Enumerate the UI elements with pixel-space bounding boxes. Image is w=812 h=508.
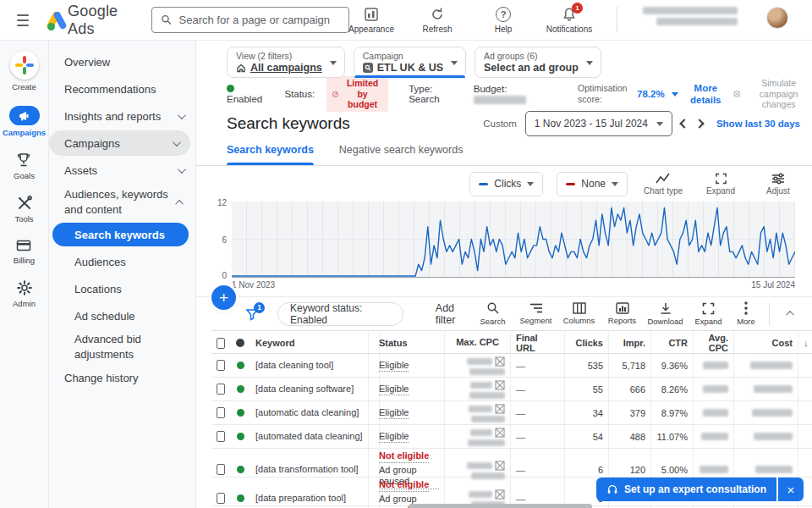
status-cell[interactable]: Eligible bbox=[379, 384, 409, 395]
table-row[interactable]: [automated data cleaning] Eligible — 54 … bbox=[211, 425, 812, 449]
banner-close-button[interactable]: × bbox=[778, 478, 804, 501]
tab-search-keywords[interactable]: Search keywords bbox=[227, 141, 314, 165]
global-search-input[interactable] bbox=[179, 14, 341, 26]
clicks-cell: 55 bbox=[565, 378, 609, 400]
sidebar-item-overview[interactable]: Overview bbox=[49, 49, 195, 75]
simulate-campaign-button[interactable]: Simulate campaign changes bbox=[733, 78, 812, 110]
rail-item-billing[interactable]: Billing bbox=[14, 238, 35, 265]
appearance-button[interactable]: Appearance bbox=[349, 7, 393, 34]
select-all-checkbox[interactable] bbox=[217, 338, 225, 349]
budget[interactable]: Budget: bbox=[474, 84, 542, 104]
date-range-picker[interactable]: 1 Nov 2023 - 15 Jul 2024 bbox=[525, 111, 672, 136]
reports-button[interactable]: Reports bbox=[602, 302, 642, 325]
refresh-button[interactable]: Refresh bbox=[415, 7, 459, 34]
status-cell[interactable]: Eligible bbox=[379, 431, 409, 443]
collapse-table-button[interactable] bbox=[778, 311, 804, 317]
keyword-status-filter-pill[interactable]: Keyword status: Enabled bbox=[277, 302, 403, 326]
col-keyword[interactable]: Keyword bbox=[250, 331, 369, 355]
limited-by-budget-label: Limited by budget bbox=[343, 78, 382, 110]
metric-selector-1[interactable]: Clicks bbox=[469, 172, 543, 196]
add-keyword-button[interactable]: + bbox=[211, 285, 236, 310]
columns-button[interactable]: Columns bbox=[559, 302, 599, 325]
sidebar-item-ad-schedule[interactable]: Ad schedule bbox=[49, 302, 195, 329]
next-period-button[interactable] bbox=[694, 119, 704, 128]
table-row[interactable]: [data cleaning software] Eligible — 55 6… bbox=[211, 378, 812, 401]
col-ctr[interactable]: CTR bbox=[651, 331, 694, 355]
global-search[interactable] bbox=[151, 7, 349, 33]
table-row[interactable]: [automatic data cleaning] Eligible — 34 … bbox=[211, 401, 812, 425]
col-cost[interactable]: Cost bbox=[734, 331, 798, 355]
advanced-bid-label: Advanced bid adjustments bbox=[74, 332, 184, 362]
rail-item-campaigns[interactable]: Campaigns bbox=[3, 106, 46, 137]
status-cell[interactable]: Eligible bbox=[379, 407, 409, 419]
sidebar-item-audiences-group[interactable]: Audiences, keywords and content bbox=[49, 184, 195, 221]
status-cell[interactable]: Eligible bbox=[379, 360, 409, 372]
table-row[interactable]: [data transformation tool] Not eligibleA… bbox=[211, 449, 812, 478]
ctr-cell: 8.97% bbox=[651, 401, 694, 424]
row-checkbox[interactable] bbox=[217, 493, 225, 504]
limited-by-budget-badge[interactable]: Limited by budget bbox=[326, 76, 388, 112]
col-impr[interactable]: Impr. bbox=[609, 331, 651, 355]
table-row[interactable]: [data cleaning tool] Eligible — 535 5,71… bbox=[211, 354, 812, 378]
status-cell[interactable]: Not eligible bbox=[379, 479, 429, 492]
rail-item-goals[interactable]: Goals bbox=[14, 152, 35, 180]
table-search-button[interactable]: Search bbox=[473, 301, 513, 326]
row-checkbox[interactable] bbox=[217, 407, 225, 418]
add-filter-button[interactable]: Add filter bbox=[436, 302, 473, 326]
table-expand-button[interactable]: Expand bbox=[689, 302, 728, 326]
col-max-cpc[interactable]: Max. CPC bbox=[445, 331, 511, 355]
row-checkbox[interactable] bbox=[217, 464, 225, 475]
sidebar-item-campaigns[interactable]: Campaigns bbox=[49, 130, 190, 156]
rail-item-admin[interactable]: Admin bbox=[13, 279, 36, 308]
hamburger-menu-icon[interactable] bbox=[17, 14, 29, 26]
notifications-button[interactable]: 1 Notifications bbox=[547, 7, 591, 34]
chart-expand-button[interactable]: Expand bbox=[699, 173, 743, 196]
horizontal-scrollbar[interactable] bbox=[409, 504, 592, 508]
campaign-filter-chip[interactable]: Campaign ETL UK & US bbox=[354, 47, 466, 78]
sidebar-item-change-history[interactable]: Change history bbox=[49, 365, 195, 391]
enabled-status[interactable]: Enabled bbox=[227, 84, 264, 104]
clicks-cell: 535 bbox=[565, 354, 609, 377]
account-info[interactable] bbox=[643, 7, 738, 25]
expert-consultation-button[interactable]: Set up an expert consultation bbox=[596, 478, 776, 501]
tab-negative-search-keywords[interactable]: Negative search keywords bbox=[339, 141, 464, 165]
sidebar-item-audiences[interactable]: Audiences bbox=[49, 248, 195, 275]
row-checkbox[interactable] bbox=[217, 384, 225, 395]
col-final-url[interactable]: Final URL bbox=[511, 331, 565, 355]
row-checkbox[interactable] bbox=[217, 360, 225, 371]
row-checkbox[interactable] bbox=[217, 431, 225, 442]
col-avg-cpc[interactable]: Avg. CPC bbox=[694, 331, 734, 355]
chart-plot-area[interactable] bbox=[232, 202, 795, 278]
rail-item-create[interactable]: Create bbox=[10, 51, 39, 91]
metric-selector-2[interactable]: None bbox=[557, 172, 628, 196]
sort-descending-icon[interactable]: ↓ bbox=[798, 331, 810, 355]
avatar[interactable] bbox=[766, 7, 788, 29]
filter-button[interactable]: 1 bbox=[245, 307, 259, 321]
view-filter-chip[interactable]: View (2 filters) All campaigns bbox=[227, 47, 345, 78]
previous-period-button[interactable] bbox=[679, 119, 689, 128]
sidebar-item-assets[interactable]: Assets bbox=[49, 157, 195, 184]
chart-adjust-button[interactable]: Adjust bbox=[756, 173, 800, 196]
sidebar-item-recommendations[interactable]: Recommendations bbox=[49, 75, 195, 102]
rail-item-tools[interactable]: Tools bbox=[14, 195, 33, 224]
status-cell[interactable]: Not eligible bbox=[379, 450, 429, 463]
more-details-link[interactable]: More details bbox=[690, 82, 721, 107]
download-button[interactable]: Download bbox=[645, 302, 685, 326]
adgroup-filter-chip[interactable]: Ad groups (6) Select an ad group bbox=[475, 47, 601, 78]
col-status[interactable]: Status bbox=[374, 331, 445, 355]
sidebar-item-locations[interactable]: Locations bbox=[49, 275, 195, 302]
sidebar-item-advanced-bid[interactable]: Advanced bid adjustments bbox=[49, 329, 195, 365]
more-button[interactable]: More bbox=[732, 301, 760, 326]
col-clicks[interactable]: Clicks bbox=[565, 331, 609, 355]
more-label: More bbox=[737, 317, 755, 326]
redacted-cost bbox=[755, 466, 793, 473]
sidebar-item-search-keywords[interactable]: Search keywords bbox=[52, 223, 189, 246]
segment-button[interactable]: Segment bbox=[516, 302, 556, 325]
chart-type-button[interactable]: Chart type bbox=[641, 173, 685, 196]
chevron-down-icon bbox=[173, 138, 181, 146]
bid-strategy-icon bbox=[495, 428, 505, 438]
help-button[interactable]: ? Help bbox=[481, 7, 525, 34]
show-last-30-days-link[interactable]: Show last 30 days bbox=[716, 119, 800, 129]
optimisation-score[interactable]: Optimisation score: 78.2% bbox=[578, 83, 678, 104]
sidebar-item-insights[interactable]: Insights and reports bbox=[49, 102, 195, 130]
